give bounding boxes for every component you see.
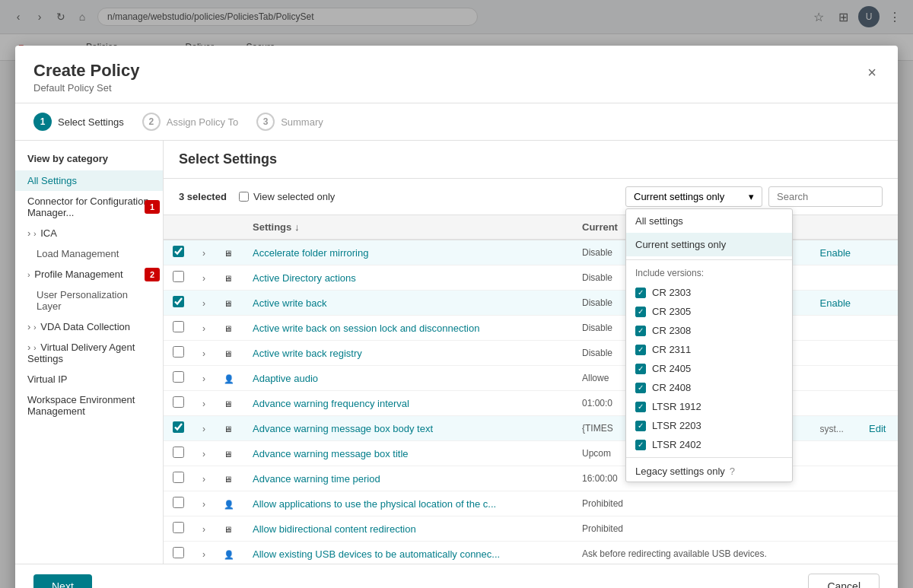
modal-header: Create Policy Default Policy Set × [15,46,898,61]
modal-overlay: Create Policy Default Policy Set × 1 Sel… [0,0,913,61]
create-policy-modal: Create Policy Default Policy Set × 1 Sel… [15,46,898,61]
